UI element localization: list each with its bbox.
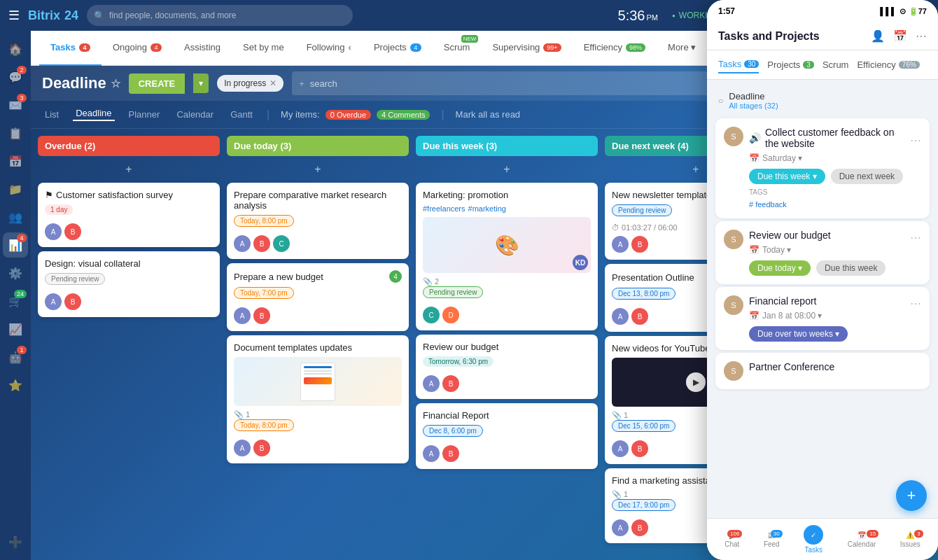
tab-tasks[interactable]: Tasks 4 <box>39 31 102 66</box>
subtab-calendar[interactable]: Calendar <box>174 109 216 120</box>
due-badge[interactable]: Due today ▾ <box>749 260 811 276</box>
due-badge[interactable]: Due this week ▾ <box>749 169 825 184</box>
bottom-bar-chat[interactable]: 💬 Chat 106 <box>724 531 739 548</box>
task-card[interactable]: Financial Report Dec 8, 6:00 pm A B <box>416 403 598 469</box>
subtab-planner[interactable]: Planner <box>126 109 163 120</box>
sidebar-mail[interactable]: ✉️3 <box>3 92 28 118</box>
clock-display: 5:36 PM <box>618 8 658 24</box>
sidebar-tasks[interactable]: 📋 <box>3 120 28 146</box>
tab-supervising[interactable]: Supervising 99+ <box>481 31 572 66</box>
comments-count[interactable]: 4 Comments <box>377 110 430 120</box>
sidebar-contacts[interactable]: 👥 <box>3 204 28 230</box>
mobile-task-date: 📅 Saturday ▾ <box>749 153 921 163</box>
task-card[interactable]: Prepare comparative market research anal… <box>227 183 409 259</box>
due-next-label: Due this week <box>816 260 886 276</box>
sidebar-home[interactable]: 🏠 <box>3 36 28 62</box>
task-date: Dec 8, 6:00 pm <box>423 425 483 437</box>
create-button[interactable]: CREATE <box>129 74 185 94</box>
more-icon[interactable]: ⋯ <box>916 29 927 43</box>
tab-ongoing[interactable]: Ongoing 4 <box>102 31 173 66</box>
mobile-tab-projects[interactable]: Projects 3 <box>767 57 814 73</box>
subtab-gantt[interactable]: Gantt <box>227 109 255 120</box>
add-overdue-task[interactable]: + <box>38 160 220 178</box>
sidebar-add[interactable]: ➕ <box>3 529 28 554</box>
person-icon[interactable]: 👤 <box>871 29 885 43</box>
add-this-week-task[interactable]: + <box>416 160 598 178</box>
avatar: A <box>612 440 629 457</box>
tab-assisting[interactable]: Assisting <box>173 31 232 66</box>
task-title: ⚑ Customer satisfaction survey <box>45 190 213 200</box>
mobile-task-date: 📅 Jan 8 at 08:00 ▾ <box>749 311 921 321</box>
sidebar-settings[interactable]: ⚙️ <box>3 260 28 286</box>
tab-more[interactable]: More ▾ <box>657 31 707 66</box>
calendar-bar-icon: 📅 <box>858 531 866 539</box>
add-today-task[interactable]: + <box>227 160 409 178</box>
logo-text: Bitrix <box>28 8 60 23</box>
bottom-bar-feed[interactable]: 📰 Feed 30 <box>764 531 780 548</box>
subtab-list[interactable]: List <box>42 109 62 120</box>
avatar: B <box>64 223 81 240</box>
task-options-icon[interactable]: ⋯ <box>910 231 921 244</box>
sidebar-shop[interactable]: 🛒24 <box>3 288 28 314</box>
create-dropdown-button[interactable]: ▾ <box>193 74 209 93</box>
overdue-count[interactable]: 0 Overdue <box>326 110 371 120</box>
task-options-icon[interactable]: ⋯ <box>910 297 921 310</box>
mobile-tab-efficiency[interactable]: Efficiency 76% <box>857 57 919 73</box>
column-overdue: Overdue (2) + ⚑ Customer satisfaction su… <box>38 136 220 553</box>
avatar: A <box>234 440 251 456</box>
hamburger-icon[interactable]: ☰ <box>8 8 20 23</box>
sidebar-activity[interactable]: 💬2 <box>3 64 28 90</box>
column-due-today: Due today (3) + Prepare comparative mark… <box>227 136 409 553</box>
bottom-bar-calendar[interactable]: 📅 Calendar 15 <box>848 531 876 548</box>
task-card[interactable]: Document templates updates 📎 1 Today, <box>227 335 409 463</box>
task-options-icon[interactable]: ⋯ <box>910 134 921 147</box>
task-card[interactable]: Marketing: promotion #freelancers #marke… <box>416 183 598 330</box>
task-date: Dec 13, 8:00 pm <box>612 288 676 300</box>
avatar: B <box>64 293 81 310</box>
mobile-task-item[interactable]: S 🔊 Collect customer feedback on the web… <box>715 118 930 218</box>
tab-efficiency[interactable]: Efficiency 98% <box>573 31 657 66</box>
global-search[interactable]: 🔍 find people, documents, and more <box>87 5 353 26</box>
bottom-bar-issues[interactable]: ⚠️ Issues 3 <box>900 531 920 548</box>
sidebar-crm[interactable]: 📊4 <box>3 232 28 258</box>
subtab-deadline[interactable]: Deadline <box>73 108 114 121</box>
task-avatars: A B <box>45 293 213 310</box>
wifi-icon: ⊙ <box>899 7 906 16</box>
calendar-icon[interactable]: 📅 <box>893 29 907 43</box>
bottom-bar-tasks[interactable]: ✓ Tasks <box>804 525 823 554</box>
sidebar-calendar[interactable]: 📅 <box>3 148 28 174</box>
remove-filter-icon[interactable]: ✕ <box>270 78 276 88</box>
due-badge[interactable]: Due over two weeks ▾ <box>749 326 848 342</box>
task-card[interactable]: Prepare a new budget 4 Today, 7:00 pm A … <box>227 263 409 331</box>
task-date: Dec 17, 9:00 pm <box>612 499 676 511</box>
task-card[interactable]: Design: visual collateral Pending review… <box>38 251 220 317</box>
mobile-due-row: Due this week ▾ Due next week <box>749 169 921 184</box>
tab-scrum[interactable]: Scrum NEW <box>433 31 482 66</box>
task-card[interactable]: Review our budget Tomorrow, 6:30 pm A B <box>416 335 598 399</box>
tab-following[interactable]: Following ‹ <box>295 31 363 66</box>
task-card[interactable]: ⚑ Customer satisfaction survey 1 day A B <box>38 183 220 247</box>
avatar: S <box>724 230 743 249</box>
task-avatars: A B <box>234 307 402 324</box>
due-next-label: Due next week <box>831 169 903 184</box>
avatar: B <box>253 440 270 456</box>
search-icon: 🔍 <box>94 10 105 21</box>
filter-pill-inprogress[interactable]: In progress ✕ <box>217 75 284 92</box>
play-button[interactable]: ▶ <box>686 372 706 392</box>
fab-add-button[interactable]: + <box>896 480 927 511</box>
sidebar-drive[interactable]: 📁 <box>3 176 28 202</box>
tab-set-by-me[interactable]: Set by me <box>232 31 295 66</box>
mobile-tab-scrum[interactable]: Scrum <box>822 57 849 73</box>
mark-all-read-button[interactable]: Mark all as read <box>456 109 520 120</box>
mobile-tab-tasks[interactable]: Tasks 30 <box>718 56 759 74</box>
mobile-task-item[interactable]: S Review our budget ⋯ 📅 Today ▾ Due toda… <box>715 221 930 284</box>
sidebar-analytics[interactable]: 📈 <box>3 316 28 342</box>
tab-projects[interactable]: Projects 4 <box>363 31 433 66</box>
star-icon[interactable]: ☆ <box>111 77 120 90</box>
sidebar-starred[interactable]: ⭐ <box>3 372 28 398</box>
sidebar-automation[interactable]: 🤖1 <box>3 344 28 370</box>
battery-icon: 🔋77 <box>909 7 927 16</box>
mobile-task-item[interactable]: S Partner Conference <box>715 353 930 389</box>
mobile-header: Tasks and Projects 👤 📅 ⋯ <box>707 22 938 50</box>
mobile-task-item[interactable]: S Financial report ⋯ 📅 Jan 8 at 08:00 ▾ … <box>715 287 930 350</box>
